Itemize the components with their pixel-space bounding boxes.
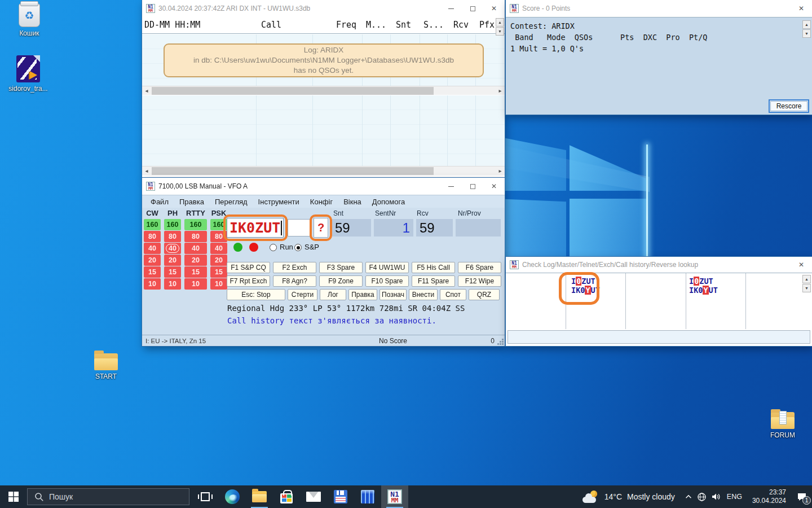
maximize-button[interactable] [462,0,483,17]
scrollbar-thumb[interactable] [152,167,434,175]
scroll-right-icon[interactable]: ▸ [496,86,505,95]
log-column-8[interactable]: Pfx [479,20,495,30]
tray-expand-button[interactable] [682,485,695,508]
band-button-PH-80[interactable]: 80 [164,231,181,242]
scroll-down-icon[interactable]: ▼ [802,284,811,292]
fkey-button-3[interactable]: F9 Zone [319,275,363,287]
band-button-CW-10[interactable]: 10 [144,278,161,290]
score-window-titlebar[interactable]: N1 MM Score - 0 Points ✕ [506,0,812,17]
fkey-button-1[interactable]: F1 S&P CQ [227,262,270,273]
fkey-button-6[interactable]: F6 Spare [458,262,501,273]
log-column-2[interactable]: Call [261,20,281,30]
desktop-icon-recycle-bin[interactable]: ♻ Кошик [6,3,53,37]
band-button-CW-160[interactable]: 160 [144,219,161,230]
band-button-RTTY-10[interactable]: 10 [184,278,207,290]
action-button-4[interactable]: Правка [348,289,377,300]
notification-center-button[interactable]: 1 [792,485,812,508]
log-column-4[interactable]: M... [366,20,386,30]
call-suggestion[interactable]: I0ZUT [689,277,718,286]
band-button-PSK-80[interactable]: 80 [210,231,227,242]
fkey-button-1[interactable]: F7 Rpt Exch [227,275,270,287]
menu-item-1[interactable]: Файл [151,198,169,206]
band-button-PH-10[interactable]: 10 [164,278,181,290]
snt-field[interactable]: 59 [332,219,371,237]
sentnr-field[interactable]: 1 [374,219,413,237]
band-button-PSK-40[interactable]: 40 [210,243,227,254]
action-button-5[interactable]: Познач [379,289,407,300]
check-vertical-spinner[interactable]: ▲ ▼ [802,275,811,293]
fkey-button-3[interactable]: F3 Spare [319,262,363,273]
fkey-button-6[interactable]: F12 Wipe [458,275,501,287]
log-horizontal-scrollbar-1[interactable]: ◂ ▸ [142,86,505,95]
network-button[interactable] [695,485,709,508]
taskbar-app-edge[interactable] [219,485,246,508]
log-column-7[interactable]: Rcv [453,20,469,30]
action-button-6[interactable]: Внести [409,289,438,300]
minimize-button[interactable] [440,178,462,195]
menu-item-7[interactable]: Допомога [372,198,405,206]
menu-item-6[interactable]: Вікна [343,198,361,206]
log-column-5[interactable]: Snt [396,20,411,30]
scroll-right-icon[interactable]: ▸ [496,167,505,175]
action-button-2[interactable]: Стерти [288,289,317,300]
resize-grip[interactable] [502,339,504,340]
band-button-RTTY-80[interactable]: 80 [184,231,207,242]
band-button-PH-40[interactable]: 40 [164,243,181,254]
action-button-1[interactable]: Esc: Stop [227,289,285,300]
log-column-3[interactable]: Freq [336,20,356,30]
desktop-icon-start-folder[interactable]: START [82,350,130,380]
call-suggestion[interactable]: IK0YUT [689,286,718,295]
scroll-left-icon[interactable]: ◂ [142,167,151,175]
close-button[interactable]: ✕ [791,0,812,17]
check-call-suggestions[interactable]: I0ZUT IK0YUT [689,277,718,295]
language-indicator[interactable]: ENG [722,493,747,501]
secondary-input[interactable] [288,219,310,237]
taskbar-app-n1mm[interactable]: N1 MM [381,485,408,508]
fkey-button-5[interactable]: F11 Spare [412,275,455,287]
log-column-6[interactable]: S... [423,20,444,30]
weather-widget[interactable]: 14°C Mostly cloudy [576,491,682,503]
band-button-PSK-20[interactable]: 20 [210,255,227,266]
action-button-3[interactable]: Лог [320,289,346,300]
start-button[interactable] [0,485,27,508]
band-button-RTTY-15[interactable]: 15 [184,266,207,278]
band-button-PH-160[interactable]: 160 [164,219,181,230]
taskbar-app-archive[interactable] [354,485,381,508]
band-button-PSK-15[interactable]: 15 [210,266,227,278]
action-button-7[interactable]: Спот [440,289,466,300]
fkey-button-4[interactable]: F4 UW1WU [365,262,409,273]
band-button-CW-15[interactable]: 15 [144,266,161,278]
action-button-8[interactable]: QRZ [469,289,500,300]
fkey-button-5[interactable]: F5 His Call [412,262,455,273]
band-button-RTTY-20[interactable]: 20 [184,255,207,266]
band-button-RTTY-160[interactable]: 160 [184,219,207,230]
close-button[interactable]: ✕ [483,0,505,17]
call-suggestion[interactable]: I0ZUT [571,277,600,286]
scrollbar-thumb[interactable] [152,87,434,95]
band-button-CW-20[interactable]: 20 [144,255,161,266]
maximize-button[interactable] [462,178,483,195]
fkey-button-4[interactable]: F10 Spare [365,275,409,287]
menu-item-3[interactable]: Перегляд [215,198,248,206]
log-column-1[interactable]: DD-MM HH:MM [144,20,200,30]
call-suggestion[interactable]: IK0YUT [571,286,600,295]
band-button-PH-20[interactable]: 20 [164,255,181,266]
check-call-suggestions[interactable]: I0ZUT IK0YUT [571,277,600,295]
scroll-up-icon[interactable]: ▲ [496,18,504,27]
desktop-icon-sidorov[interactable]: sidorov_tra... [5,55,52,93]
minimize-button[interactable] [440,0,462,17]
run-radio[interactable] [270,244,277,251]
band-button-CW-80[interactable]: 80 [144,231,161,242]
task-view-button[interactable] [192,485,219,508]
band-button-PSK-160[interactable]: 160 [210,219,227,230]
taskbar-app-floppy[interactable] [327,485,354,508]
fkey-button-2[interactable]: F8 Agn? [273,275,316,287]
close-button[interactable]: ✕ [791,257,812,273]
menu-item-2[interactable]: Правка [179,198,204,206]
taskbar-search-input[interactable]: Пошук [27,488,189,505]
question-mark-button[interactable]: ? [314,218,328,238]
callsign-input[interactable]: IK0ZUT [227,218,284,238]
volume-button[interactable] [709,485,722,508]
band-button-PH-15[interactable]: 15 [164,266,181,278]
band-button-CW-40[interactable]: 40 [144,243,161,254]
